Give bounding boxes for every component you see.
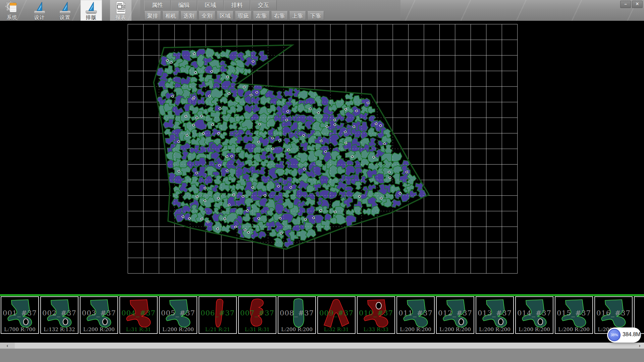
piece-lr-count: L:33 R:33 [358,326,394,333]
piece-thumbnail-strip: 001_#37L:700 R:700 002_#37L:132 R:132 00… [0,294,644,343]
minimize-button[interactable]: – [620,1,631,8]
scroll-left-button[interactable]: ‹ [0,343,15,349]
piece-id-label: 001_#37 [1,309,38,317]
piece-thumbnail-10[interactable]: 010_#37L:33 R:33 [357,296,395,334]
strip-top-border [0,294,644,296]
window-controls: –✕ [620,1,643,8]
piece-id-label: 007_#37 [239,309,276,317]
action-button-6[interactable]: 瑕疵 [235,11,252,20]
action-button-2[interactable]: 相机 [162,11,179,20]
piece-thumbnail-15[interactable]: 015_#37L:200 R:200 [555,296,593,334]
mode-button-5[interactable]: 报表 [110,0,131,21]
memory-usage-badge: 38% 384.8M [607,327,641,343]
piece-lr-count: L:32 R:31 [318,326,355,333]
piece-lr-count: L:200 R:200 [476,326,513,333]
piece-thumbnail-13[interactable]: 013_#37L:200 R:200 [476,296,514,334]
piece-lr-count: L:200 R:200 [437,326,474,333]
action-button-8[interactable]: 右靠 [271,11,288,20]
piece-lr-count: L:200 R:200 [516,326,553,333]
piece-id-label: 014_#37 [516,309,553,317]
menu-tab-1[interactable]: 属性 [144,0,171,10]
ruler-icon [80,1,102,14]
mode-button-label: 系统 [1,14,23,21]
piece-id-label: 010_#37 [358,309,394,317]
scroll-right-button[interactable]: › [635,343,644,349]
action-button-10[interactable]: 下靠 [307,11,324,20]
menu-tab-row: 属性编辑区域排料交互 [144,0,277,10]
mode-button-label: 设置 [54,14,76,21]
titlebar-toolbar: 系统 设计 设置 排版 报表 属性编辑区域排料交互 聚排相机选割全割区域瑕疵左靠… [0,0,644,21]
memory-amount-label: 384.8M [623,331,640,338]
piece-lr-count: L:200 R:200 [80,326,117,333]
piece-lr-count: L:200 R:200 [278,326,315,333]
piece-thumbnail-7[interactable]: 007_#37L:31 R:31 [238,296,276,334]
piece-thumbnail-1[interactable]: 001_#37L:700 R:700 [1,296,39,334]
ruler-icon [54,1,76,14]
piece-thumbnail-4[interactable]: 004_#37L:31 R:31 [119,296,158,334]
status-bar [0,349,644,362]
gear-icon [1,1,23,14]
piece-id-label: 015_#37 [555,309,592,317]
mode-button-1[interactable]: 系统 [1,0,23,21]
nesting-canvas[interactable] [0,21,644,294]
action-button-row: 聚排相机选割全割区域瑕疵左靠右靠上靠下靠 [144,11,324,20]
piece-thumbnail-5[interactable]: 005_#37L:200 R:200 [159,296,197,334]
action-button-5[interactable]: 区域 [217,11,233,20]
piece-lr-count: L:700 R:700 [1,326,38,333]
piece-id-label: 0 [635,309,644,317]
piece-thumbnail-14[interactable]: 014_#37L:200 R:200 [515,296,553,334]
piece-lr-count: L:31 R:31 [120,326,157,333]
piece-thumbnail-6[interactable]: 006_#37L:21 R:21 [199,296,237,334]
mode-button-3[interactable]: 设置 [54,0,76,21]
report-icon [110,1,131,14]
piece-id-label: 016_#37 [595,309,632,317]
piece-id-label: 003_#37 [80,309,117,317]
piece-thumbnail-9[interactable]: 009_#37L:32 R:31 [317,296,356,334]
memory-percent-indicator: 38% [608,329,621,341]
action-button-7[interactable]: 左靠 [253,11,270,20]
mode-button-label: 设计 [29,14,50,21]
action-button-9[interactable]: 上靠 [289,11,306,20]
piece-thumbnail-2[interactable]: 002_#37L:132 R:132 [40,296,78,334]
piece-lr-count: L:21 R:21 [199,326,236,333]
mode-button-label: 报表 [110,14,131,21]
piece-id-label: 009_#37 [318,309,355,317]
piece-thumbnail-3[interactable]: 003_#37L:200 R:200 [80,296,118,334]
piece-lr-count: L:200 R:200 [397,326,434,333]
mode-button-label: 排版 [80,14,102,21]
mode-button-2[interactable]: 设计 [29,0,50,21]
piece-lr-count: L:31 R:31 [239,326,276,333]
piece-lr-count: L:132 R:132 [41,326,78,333]
ruler-icon [29,1,50,14]
piece-id-label: 004_#37 [120,309,157,317]
thumbnail-cells: 001_#37L:700 R:700 002_#37L:132 R:132 00… [0,296,644,335]
piece-id-label: 005_#37 [160,309,197,317]
piece-id-label: 011_#37 [397,309,434,317]
menu-tab-2[interactable]: 编辑 [171,0,197,10]
menu-tab-3[interactable]: 区域 [197,0,224,10]
piece-thumbnail-11[interactable]: 011_#37L:200 R:200 [396,296,435,334]
piece-lr-count: L:200 R:200 [160,326,197,333]
nesting-app-window: { "window": { "controls": [ {"name": "mi… [0,0,644,362]
piece-id-label: 012_#37 [437,309,474,317]
piece-lr-count: L:200 R:200 [555,326,592,333]
action-button-4[interactable]: 全割 [199,11,215,20]
action-button-1[interactable]: 聚排 [144,11,161,20]
piece-id-label: 008_#37 [278,309,315,317]
piece-thumbnail-12[interactable]: 012_#37L:200 R:200 [436,296,474,334]
piece-thumbnail-8[interactable]: 008_#37L:200 R:200 [278,296,316,334]
mode-button-4[interactable]: 排版 [80,0,102,21]
horizontal-scrollbar[interactable]: ‹ › [0,343,644,349]
piece-id-label: 002_#37 [41,309,78,317]
canvas-svg[interactable] [0,21,644,294]
close-button[interactable]: ✕ [632,1,643,8]
action-button-3[interactable]: 选割 [180,11,197,20]
menu-tab-4[interactable]: 排料 [224,0,250,10]
piece-id-label: 013_#37 [476,309,513,317]
menu-tab-5[interactable]: 交互 [250,0,277,10]
piece-id-label: 006_#37 [199,309,236,317]
